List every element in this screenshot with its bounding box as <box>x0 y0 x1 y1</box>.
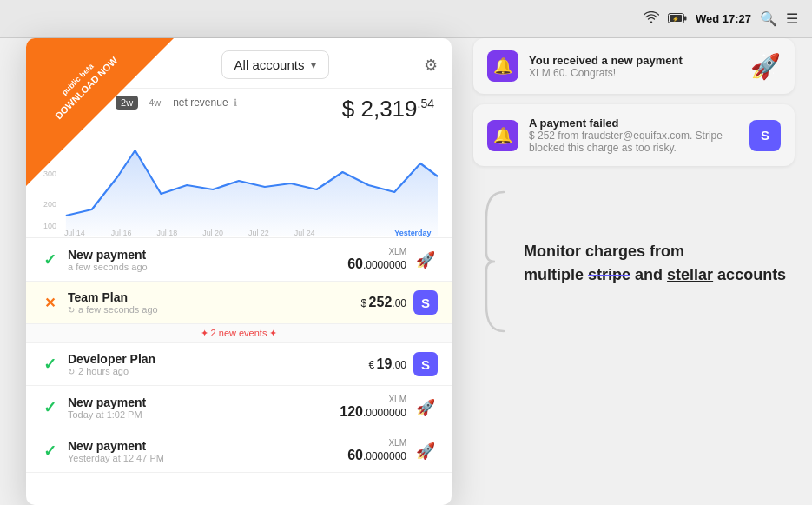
transaction-info: New payment a few seconds ago <box>68 248 347 272</box>
notification-content: A payment failed $ 252 from fraudster@eq… <box>529 116 732 154</box>
transaction-time: a few seconds ago <box>68 262 347 272</box>
revenue-value: $ 2,319 <box>342 96 418 122</box>
svg-text:Jul 16: Jul 16 <box>111 229 132 237</box>
notification-title: A payment failed <box>529 116 732 130</box>
svg-text:⚡: ⚡ <box>672 16 679 23</box>
search-icon[interactable]: 🔍 <box>760 10 777 27</box>
transaction-item: ✓ New payment Today at 1:02 PM XLM 120.0… <box>26 386 452 429</box>
svg-text:300: 300 <box>43 169 56 178</box>
hamburger-icon[interactable]: ☰ <box>786 10 798 27</box>
svg-text:Jul 14: Jul 14 <box>64 229 85 237</box>
transaction-item: ✕ Team Plan ↻ a few seconds ago $ 252.00… <box>26 282 452 324</box>
notification-right-icon: S <box>749 120 781 151</box>
brace-icon <box>482 183 508 343</box>
transaction-name: Team Plan <box>68 290 361 304</box>
transaction-amount: XLM 120.0000000 <box>340 395 406 420</box>
stellar-text: stellar <box>667 266 713 283</box>
transaction-item: ✓ New payment a few seconds ago XLM 60.0… <box>26 238 452 282</box>
transaction-time: ↻ 2 hours ago <box>68 366 368 376</box>
transaction-amount: $ 252.00 <box>361 295 406 310</box>
monitor-text: Monitor charges from multiple stripe and… <box>524 240 786 287</box>
currency-label: XLM <box>347 438 406 448</box>
sync-icon: ↻ <box>68 305 75 315</box>
success-icon: ✓ <box>40 442 59 461</box>
info-icon: ℹ <box>234 97 237 109</box>
settings-button[interactable]: ⚙ <box>424 56 438 75</box>
transaction-amount: XLM 60.0000000 <box>347 247 406 272</box>
revenue-label: net revenue <box>173 96 228 109</box>
transaction-info: Developer Plan ↻ 2 hours ago <box>68 352 368 376</box>
time-btn-2w[interactable]: 2w <box>116 96 138 110</box>
transaction-logo: S <box>413 352 438 376</box>
success-icon: ✓ <box>40 355 59 374</box>
notification-card: 🔔 A payment failed $ 252 from fraudster@… <box>473 104 795 166</box>
revenue-display: $ 2,319.54 <box>342 96 434 123</box>
amount-value: $ 252.00 <box>361 295 406 310</box>
monitor-line1: Monitor charges from <box>524 240 786 263</box>
account-selector[interactable]: All accounts ▾ <box>221 50 330 79</box>
stripe-text: stripe <box>588 266 630 283</box>
transaction-time: Today at 1:02 PM <box>68 409 340 420</box>
transaction-list: ✓ New payment a few seconds ago XLM 60.0… <box>26 237 452 473</box>
failed-icon: ✕ <box>40 293 59 312</box>
revenue-cents: .54 <box>418 96 434 110</box>
app-window: public beta DOWNLOAD NOW All accounts ▾ … <box>26 38 452 505</box>
svg-text:Jul 18: Jul 18 <box>156 229 177 237</box>
transaction-logo: S <box>413 290 438 315</box>
svg-rect-2 <box>684 16 687 20</box>
notification-icon: 🔔 <box>487 50 518 82</box>
new-events-divider: ✦ 2 new events ✦ <box>26 324 452 343</box>
battery-icon: ⚡ <box>668 11 687 27</box>
amount-value: 120.0000000 <box>340 404 406 420</box>
status-icons: ⚡ Wed 17:27 🔍 ☰ <box>644 10 798 27</box>
transaction-time: ↻ a few seconds ago <box>68 304 361 315</box>
transaction-name: New payment <box>68 248 347 262</box>
svg-text:Jul 24: Jul 24 <box>294 229 315 237</box>
transaction-time: Yesterday at 12:47 PM <box>68 453 347 463</box>
chevron-down-icon: ▾ <box>311 59 316 71</box>
transaction-logo: 🚀 <box>413 395 438 420</box>
transaction-name: New payment <box>68 395 340 409</box>
notification-subtitle: XLM 60. Congrats! <box>529 67 740 79</box>
transaction-amount: € 19.00 <box>368 356 406 372</box>
transaction-name: New payment <box>68 439 347 453</box>
notification-title: You received a new payment <box>529 54 740 67</box>
transaction-logo: 🚀 <box>413 248 438 272</box>
sync-icon: ↻ <box>68 367 75 376</box>
account-selector-label: All accounts <box>234 57 305 72</box>
right-panel: 🔔 You received a new payment XLM 60. Con… <box>473 38 795 343</box>
monitor-section: Monitor charges from multiple stripe and… <box>473 183 795 343</box>
transaction-item: ✓ Developer Plan ↻ 2 hours ago € 19.00 S <box>26 343 452 386</box>
svg-text:100: 100 <box>43 222 56 230</box>
svg-text:Jul 20: Jul 20 <box>202 229 223 237</box>
transaction-name: Developer Plan <box>68 352 368 366</box>
notification-right-icon: 🚀 <box>750 52 781 81</box>
currency-label: XLM <box>340 395 406 404</box>
amount-value: 60.0000000 <box>347 448 406 463</box>
revenue-chart: 400 300 200 100 Jul 14 Jul 16 Jul 18 Jul… <box>40 124 438 237</box>
transaction-item: ✓ New payment Yesterday at 12:47 PM XLM … <box>26 429 452 473</box>
transaction-info: New payment Yesterday at 12:47 PM <box>68 439 347 463</box>
notification-card: 🔔 You received a new payment XLM 60. Con… <box>473 38 795 94</box>
transaction-info: New payment Today at 1:02 PM <box>68 395 340 420</box>
transaction-amount: XLM 60.0000000 <box>347 438 406 463</box>
transaction-info: Team Plan ↻ a few seconds ago <box>68 290 361 315</box>
currency-label: XLM <box>347 247 406 256</box>
menu-bar: ⚡ Wed 17:27 🔍 ☰ <box>0 0 812 38</box>
svg-text:200: 200 <box>43 200 56 209</box>
success-icon: ✓ <box>40 250 59 269</box>
notification-content: You received a new payment XLM 60. Congr… <box>529 54 740 79</box>
svg-text:Jul 22: Jul 22 <box>248 229 269 237</box>
time-btn-4w[interactable]: 4w <box>143 96 166 110</box>
notification-icon: 🔔 <box>487 120 518 151</box>
success-icon: ✓ <box>40 398 59 417</box>
clock-display: Wed 17:27 <box>696 12 751 25</box>
wifi-icon <box>644 11 659 27</box>
amount-value: € 19.00 <box>368 356 406 372</box>
transaction-logo: 🚀 <box>413 439 438 463</box>
amount-value: 60.0000000 <box>347 256 406 272</box>
svg-text:Yesterday: Yesterday <box>394 229 431 237</box>
monitor-line2: multiple stripe and stellar accounts <box>524 263 786 287</box>
notification-subtitle: $ 252 from fraudster@equifax.com. Stripe… <box>529 130 732 154</box>
